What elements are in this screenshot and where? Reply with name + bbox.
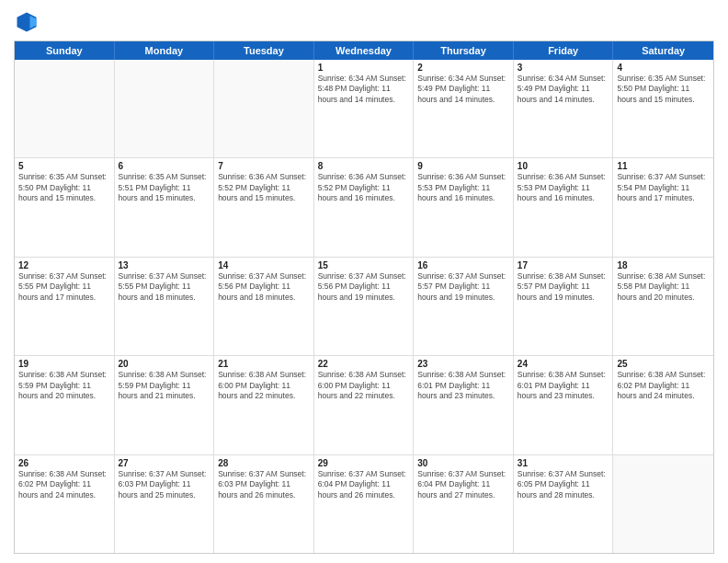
day-info: Sunrise: 6:38 AM Sunset: 6:02 PM Dayligh… (18, 469, 110, 500)
calendar-day-14: 14Sunrise: 6:37 AM Sunset: 5:56 PM Dayli… (214, 258, 314, 355)
day-number: 30 (417, 458, 509, 468)
day-number: 22 (318, 359, 410, 369)
day-info: Sunrise: 6:34 AM Sunset: 5:49 PM Dayligh… (518, 74, 609, 105)
calendar-day-12: 12Sunrise: 6:37 AM Sunset: 5:55 PM Dayli… (15, 258, 115, 355)
day-number: 20 (119, 359, 210, 369)
calendar-week-5: 26Sunrise: 6:38 AM Sunset: 6:02 PM Dayli… (15, 455, 713, 553)
day-number: 29 (318, 458, 410, 468)
day-number: 26 (18, 458, 110, 468)
day-info: Sunrise: 6:38 AM Sunset: 5:57 PM Dayligh… (518, 271, 609, 303)
calendar-day-21: 21Sunrise: 6:38 AM Sunset: 6:00 PM Dayli… (214, 356, 314, 454)
calendar-day-23: 23Sunrise: 6:38 AM Sunset: 6:01 PM Dayli… (414, 356, 514, 454)
calendar-week-2: 5Sunrise: 6:35 AM Sunset: 5:50 PM Daylig… (15, 158, 713, 257)
day-info: Sunrise: 6:37 AM Sunset: 5:55 PM Dayligh… (18, 271, 110, 303)
header-day-thursday: Thursday (414, 41, 514, 60)
day-info: Sunrise: 6:34 AM Sunset: 5:48 PM Dayligh… (318, 74, 410, 105)
calendar-day-11: 11Sunrise: 6:37 AM Sunset: 5:54 PM Dayli… (613, 158, 713, 256)
calendar-day-15: 15Sunrise: 6:37 AM Sunset: 5:56 PM Dayli… (314, 258, 415, 355)
day-info: Sunrise: 6:35 AM Sunset: 5:50 PM Dayligh… (18, 172, 110, 203)
header-day-sunday: Sunday (15, 41, 115, 60)
day-number: 13 (119, 260, 210, 270)
day-number: 19 (18, 359, 110, 369)
calendar-day-26: 26Sunrise: 6:38 AM Sunset: 6:02 PM Dayli… (15, 455, 115, 553)
calendar-empty-cell (214, 60, 314, 157)
day-number: 14 (218, 260, 310, 270)
calendar-day-19: 19Sunrise: 6:38 AM Sunset: 5:59 PM Dayli… (15, 356, 115, 454)
day-info: Sunrise: 6:38 AM Sunset: 6:01 PM Dayligh… (518, 370, 609, 401)
day-number: 21 (218, 359, 310, 369)
day-number: 6 (119, 161, 210, 171)
calendar-day-8: 8Sunrise: 6:36 AM Sunset: 5:52 PM Daylig… (314, 158, 415, 256)
day-number: 5 (18, 161, 110, 171)
day-number: 12 (18, 260, 110, 270)
calendar-week-3: 12Sunrise: 6:37 AM Sunset: 5:55 PM Dayli… (15, 258, 713, 356)
day-info: Sunrise: 6:37 AM Sunset: 5:55 PM Dayligh… (119, 271, 210, 303)
calendar-day-3: 3Sunrise: 6:34 AM Sunset: 5:49 PM Daylig… (514, 60, 614, 157)
day-info: Sunrise: 6:37 AM Sunset: 6:04 PM Dayligh… (417, 469, 509, 500)
day-number: 15 (318, 260, 410, 270)
header-day-saturday: Saturday (613, 41, 713, 60)
calendar-day-4: 4Sunrise: 6:35 AM Sunset: 5:50 PM Daylig… (613, 60, 713, 157)
day-info: Sunrise: 6:37 AM Sunset: 5:56 PM Dayligh… (218, 271, 310, 303)
day-number: 17 (518, 260, 609, 270)
header-day-friday: Friday (514, 41, 614, 60)
day-info: Sunrise: 6:38 AM Sunset: 6:01 PM Dayligh… (417, 370, 509, 401)
calendar-week-4: 19Sunrise: 6:38 AM Sunset: 5:59 PM Dayli… (15, 356, 713, 454)
calendar-day-29: 29Sunrise: 6:37 AM Sunset: 6:04 PM Dayli… (314, 455, 415, 553)
day-info: Sunrise: 6:37 AM Sunset: 6:05 PM Dayligh… (518, 469, 609, 500)
day-number: 18 (617, 260, 710, 270)
calendar-day-22: 22Sunrise: 6:38 AM Sunset: 6:00 PM Dayli… (314, 356, 415, 454)
header (14, 9, 714, 35)
calendar-day-27: 27Sunrise: 6:37 AM Sunset: 6:03 PM Dayli… (115, 455, 215, 553)
day-info: Sunrise: 6:37 AM Sunset: 5:57 PM Dayligh… (417, 271, 509, 303)
calendar-empty-cell (115, 60, 215, 157)
calendar: SundayMondayTuesdayWednesdayThursdayFrid… (14, 40, 714, 554)
header-day-wednesday: Wednesday (314, 41, 415, 60)
day-info: Sunrise: 6:37 AM Sunset: 6:03 PM Dayligh… (119, 469, 210, 500)
calendar-empty-cell (613, 455, 713, 553)
calendar-day-5: 5Sunrise: 6:35 AM Sunset: 5:50 PM Daylig… (15, 158, 115, 256)
day-info: Sunrise: 6:36 AM Sunset: 5:52 PM Dayligh… (318, 172, 410, 203)
day-info: Sunrise: 6:38 AM Sunset: 6:00 PM Dayligh… (318, 370, 410, 401)
calendar-day-16: 16Sunrise: 6:37 AM Sunset: 5:57 PM Dayli… (414, 258, 514, 355)
day-number: 10 (518, 161, 609, 171)
day-info: Sunrise: 6:38 AM Sunset: 6:02 PM Dayligh… (617, 370, 710, 401)
day-info: Sunrise: 6:37 AM Sunset: 6:04 PM Dayligh… (318, 469, 410, 500)
day-info: Sunrise: 6:38 AM Sunset: 6:00 PM Dayligh… (218, 370, 310, 401)
page: SundayMondayTuesdayWednesdayThursdayFrid… (0, 0, 728, 563)
day-info: Sunrise: 6:36 AM Sunset: 5:53 PM Dayligh… (417, 172, 509, 203)
day-info: Sunrise: 6:36 AM Sunset: 5:53 PM Dayligh… (518, 172, 609, 203)
calendar-day-28: 28Sunrise: 6:37 AM Sunset: 6:03 PM Dayli… (214, 455, 314, 553)
day-info: Sunrise: 6:38 AM Sunset: 5:59 PM Dayligh… (18, 370, 110, 401)
day-info: Sunrise: 6:37 AM Sunset: 5:56 PM Dayligh… (318, 271, 410, 303)
day-number: 23 (417, 359, 509, 369)
calendar-day-9: 9Sunrise: 6:36 AM Sunset: 5:53 PM Daylig… (414, 158, 514, 256)
day-number: 24 (518, 359, 609, 369)
calendar-day-10: 10Sunrise: 6:36 AM Sunset: 5:53 PM Dayli… (514, 158, 614, 256)
day-number: 27 (119, 458, 210, 468)
day-number: 9 (417, 161, 509, 171)
calendar-day-1: 1Sunrise: 6:34 AM Sunset: 5:48 PM Daylig… (314, 60, 415, 157)
day-info: Sunrise: 6:35 AM Sunset: 5:51 PM Dayligh… (119, 172, 210, 203)
calendar-day-24: 24Sunrise: 6:38 AM Sunset: 6:01 PM Dayli… (514, 356, 614, 454)
calendar-day-31: 31Sunrise: 6:37 AM Sunset: 6:05 PM Dayli… (514, 455, 614, 553)
day-number: 16 (417, 260, 509, 270)
day-number: 3 (518, 63, 609, 73)
calendar-day-18: 18Sunrise: 6:38 AM Sunset: 5:58 PM Dayli… (613, 258, 713, 355)
day-info: Sunrise: 6:35 AM Sunset: 5:50 PM Dayligh… (617, 74, 710, 105)
calendar-day-17: 17Sunrise: 6:38 AM Sunset: 5:57 PM Dayli… (514, 258, 614, 355)
day-info: Sunrise: 6:38 AM Sunset: 5:58 PM Dayligh… (617, 271, 710, 303)
day-number: 28 (218, 458, 310, 468)
header-day-tuesday: Tuesday (214, 41, 314, 60)
calendar-day-20: 20Sunrise: 6:38 AM Sunset: 5:59 PM Dayli… (115, 356, 215, 454)
calendar-day-6: 6Sunrise: 6:35 AM Sunset: 5:51 PM Daylig… (115, 158, 215, 256)
calendar-day-7: 7Sunrise: 6:36 AM Sunset: 5:52 PM Daylig… (214, 158, 314, 256)
day-number: 8 (318, 161, 410, 171)
calendar-header: SundayMondayTuesdayWednesdayThursdayFrid… (15, 41, 713, 60)
day-number: 4 (617, 63, 710, 73)
day-number: 31 (518, 458, 609, 468)
day-info: Sunrise: 6:36 AM Sunset: 5:52 PM Dayligh… (218, 172, 310, 203)
day-info: Sunrise: 6:37 AM Sunset: 5:54 PM Dayligh… (617, 172, 710, 203)
calendar-body: 1Sunrise: 6:34 AM Sunset: 5:48 PM Daylig… (15, 60, 713, 553)
calendar-day-25: 25Sunrise: 6:38 AM Sunset: 6:02 PM Dayli… (613, 356, 713, 454)
